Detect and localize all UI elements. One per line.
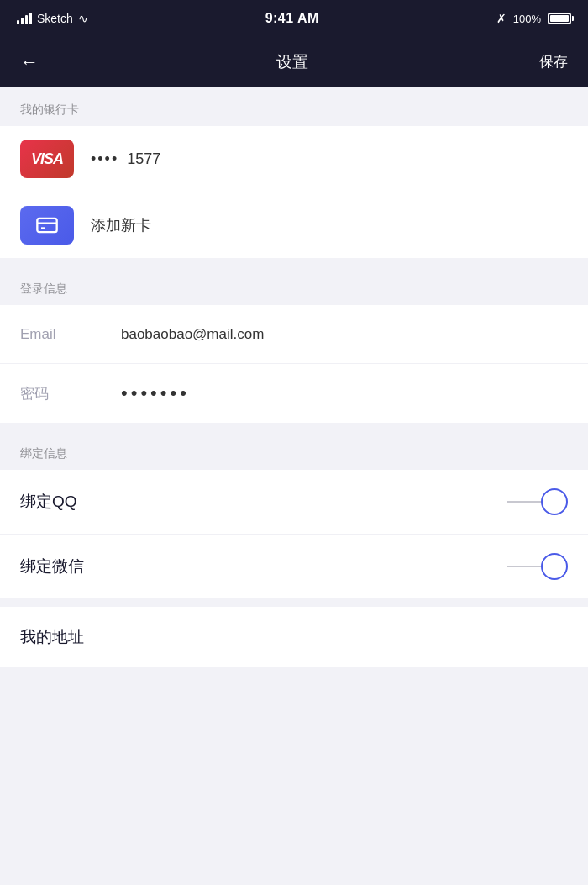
my-card-header-label: 我的银行卡 (20, 103, 79, 116)
bind-wechat-row[interactable]: 绑定微信 (0, 535, 588, 598)
my-address-section: 我的地址 (0, 607, 588, 667)
my-address-label: 我的地址 (20, 626, 84, 648)
status-time: 9:41 AM (265, 11, 319, 26)
battery-icon (548, 13, 571, 24)
visa-card-info: •••• 1577 (91, 150, 160, 168)
bind-info-section: 绑定QQ 绑定微信 (0, 470, 588, 598)
svg-rect-0 (37, 219, 56, 232)
credit-card-svg (35, 213, 59, 237)
app-name: Sketch (37, 12, 73, 25)
toggle-wechat-line (507, 566, 541, 567)
bind-wechat-label: 绑定微信 (20, 556, 507, 577)
password-label: 密码 (20, 384, 87, 403)
status-left: Sketch ∿ (17, 12, 88, 25)
toggle-qq-circle (541, 488, 568, 515)
bind-info-section-header: 绑定信息 (0, 431, 588, 470)
visa-card-row[interactable]: VISA •••• 1577 (0, 126, 588, 192)
bind-wechat-toggle[interactable] (507, 553, 568, 580)
nav-bar: ← 设置 保存 (0, 37, 588, 87)
email-row[interactable]: Email baobaobao@mail.com (0, 305, 588, 364)
status-bar: Sketch ∿ 9:41 AM ✗ 100% (0, 0, 588, 37)
status-right: ✗ 100% (496, 12, 571, 25)
separator-3 (0, 598, 588, 607)
bind-qq-toggle[interactable] (507, 488, 568, 515)
battery-percent: 100% (513, 13, 541, 25)
email-value: baobaobao@mail.com (87, 326, 568, 343)
toggle-qq-line (507, 501, 541, 503)
login-info-section: Email baobaobao@mail.com 密码 ••••••• (0, 305, 588, 423)
separator-2 (0, 423, 588, 431)
card-dots: •••• (91, 150, 118, 168)
signal-icon (17, 13, 32, 24)
bind-qq-row[interactable]: 绑定QQ (0, 470, 588, 535)
my-address-row[interactable]: 我的地址 (0, 607, 588, 667)
add-card-label: 添加新卡 (91, 215, 151, 235)
bind-qq-label: 绑定QQ (20, 491, 507, 513)
password-row[interactable]: 密码 ••••••• (0, 364, 588, 423)
toggle-wechat-circle (541, 553, 568, 580)
my-card-section: VISA •••• 1577 添加新卡 (0, 126, 588, 258)
my-card-section-header: 我的银行卡 (0, 87, 588, 126)
wifi-icon: ∿ (78, 12, 88, 25)
visa-card-icon: VISA (20, 140, 74, 178)
bluetooth-icon: ✗ (496, 12, 507, 25)
bind-info-header-label: 绑定信息 (20, 446, 67, 460)
page-title: 设置 (276, 51, 308, 73)
card-number: 1577 (127, 150, 160, 168)
separator-1 (0, 258, 588, 266)
password-value: ••••••• (87, 382, 568, 404)
add-card-row[interactable]: 添加新卡 (0, 192, 588, 258)
login-info-header-label: 登录信息 (20, 282, 67, 295)
save-button[interactable]: 保存 (539, 52, 568, 71)
email-label: Email (20, 326, 87, 343)
add-card-icon (20, 206, 74, 245)
back-button[interactable]: ← (13, 45, 45, 80)
login-info-section-header: 登录信息 (0, 266, 588, 305)
